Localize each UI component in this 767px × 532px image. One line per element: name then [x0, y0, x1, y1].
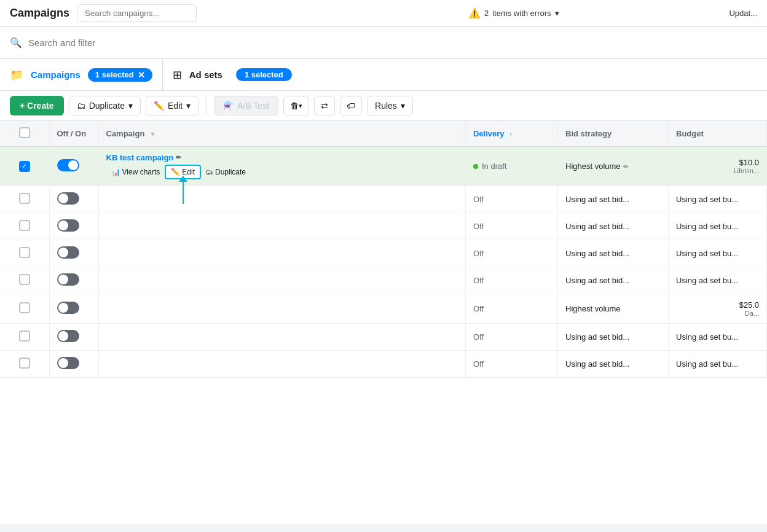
- campaign-name-link[interactable]: KB test campaign ✏: [106, 153, 182, 162]
- adsets-tab-label[interactable]: Ad sets: [189, 69, 222, 80]
- inline-duplicate-button[interactable]: 🗂Duplicate: [201, 166, 251, 178]
- table-row: OffUsing ad set bid...Using ad set bu...: [0, 186, 767, 213]
- row-campaign-cell: [98, 213, 466, 240]
- row-campaign-cell: [98, 186, 466, 213]
- campaigns-selected-badge[interactable]: 1 selected ✕: [88, 68, 152, 82]
- row-checkbox[interactable]: [19, 220, 30, 231]
- edit-pencil-icon: ✏️: [154, 101, 164, 111]
- table-row: OffUsing ad set bid...Using ad set bu...: [0, 351, 767, 378]
- row-budget-cell: Using ad set bu...: [669, 240, 767, 267]
- row-bid-cell: Using ad set bid...: [558, 351, 669, 378]
- tab-bar: 📁 Campaigns 1 selected ✕ ⊞ Ad sets 1 sel…: [0, 59, 767, 91]
- row-checkbox[interactable]: [19, 247, 30, 258]
- errors-chevron-icon: ▾: [555, 9, 559, 18]
- ab-test-button: ⚗️ A/B Test: [214, 96, 278, 115]
- campaigns-table: Off / On Campaign ▼ Delivery ↑ Bid strat…: [0, 121, 767, 524]
- bid-edit-icon[interactable]: ✏: [623, 163, 629, 170]
- duplicate-chevron-icon: ▾: [128, 101, 133, 111]
- transfer-button[interactable]: ⇄: [314, 96, 335, 115]
- row-checkbox[interactable]: [19, 331, 30, 342]
- table-row: OffHighest volume$25.0Da...: [0, 294, 767, 324]
- row-budget-cell: Using ad set bu...: [669, 186, 767, 213]
- duplicate-button[interactable]: 🗂 Duplicate ▾: [69, 96, 141, 115]
- delivery-status: Off: [473, 332, 484, 342]
- view-charts-button[interactable]: 📊 View charts: [106, 166, 165, 178]
- row-checkbox-cell: [0, 324, 49, 351]
- adsets-selected-badge[interactable]: 1 selected: [236, 68, 292, 81]
- campaigns-tab-label[interactable]: Campaigns: [31, 69, 81, 80]
- delivery-status: Off: [473, 276, 484, 285]
- row-toggle-cell: [49, 324, 98, 351]
- campaign-sort-icon[interactable]: ▼: [149, 130, 156, 138]
- row-toggle-cell: [49, 240, 98, 267]
- row-delivery-cell: Off: [466, 240, 558, 267]
- search-input[interactable]: [28, 37, 757, 48]
- row-toggle[interactable]: [57, 302, 79, 314]
- errors-badge[interactable]: ⚠️ 2 items with errors ▾: [468, 7, 559, 19]
- row-toggle-cell: [49, 186, 98, 213]
- row-checkbox[interactable]: [19, 274, 30, 285]
- row-checkbox-cell: [0, 294, 49, 324]
- budget-value: Using ad set bu...: [676, 249, 738, 258]
- row-checkbox-cell: ✓: [0, 147, 49, 186]
- row-checkbox-cell: [0, 213, 49, 240]
- row-checkbox-cell: [0, 351, 49, 378]
- row-campaign-cell: [98, 267, 466, 294]
- rules-chevron-icon: ▾: [401, 101, 405, 111]
- top-search-input[interactable]: [77, 4, 197, 22]
- row-budget-cell: Using ad set bu...: [669, 324, 767, 351]
- row-budget-cell: $25.0Da...: [669, 294, 767, 324]
- delivery-status: Off: [473, 222, 484, 231]
- row-toggle[interactable]: [57, 192, 79, 205]
- edit-button[interactable]: ✏️ Edit ▾: [146, 96, 199, 115]
- row-checkbox[interactable]: ✓: [19, 161, 30, 172]
- row-toggle[interactable]: [57, 159, 79, 171]
- toolbar: + Create 🗂 Duplicate ▾ ✏️ Edit ▾ ⚗️ A/B …: [0, 91, 767, 121]
- bid-strategy-value: Using ad set bid...: [565, 195, 629, 204]
- row-bid-cell: Using ad set bid...: [558, 324, 669, 351]
- app-title: Campaigns: [10, 7, 69, 20]
- row-toggle[interactable]: [57, 273, 79, 286]
- row-toggle[interactable]: [57, 219, 79, 232]
- row-campaign-cell: [98, 351, 466, 378]
- row-checkbox[interactable]: [19, 193, 30, 204]
- adsets-grid-icon: ⊞: [173, 68, 182, 82]
- select-all-checkbox[interactable]: [19, 127, 30, 138]
- adsets-selected-count: 1 selected: [245, 70, 283, 79]
- bid-strategy-value: Using ad set bid...: [565, 359, 629, 369]
- delivery-status: Off: [473, 249, 484, 258]
- bid-strategy-value: Highest volume: [565, 162, 621, 171]
- delete-button[interactable]: 🗑 ▾: [283, 96, 309, 115]
- row-toggle[interactable]: [57, 357, 79, 369]
- campaigns-deselect-icon[interactable]: ✕: [138, 70, 145, 80]
- row-checkbox[interactable]: [19, 302, 30, 313]
- row-toggle[interactable]: [57, 330, 79, 342]
- row-toggle-cell: [49, 213, 98, 240]
- row-delivery-cell: Off: [466, 267, 558, 294]
- create-button[interactable]: + Create: [10, 96, 64, 115]
- row-toggle[interactable]: [57, 246, 79, 259]
- budget-note: Lifetim...: [676, 167, 759, 174]
- row-checkbox[interactable]: [19, 358, 30, 369]
- table-row: OffUsing ad set bid...Using ad set bu...: [0, 240, 767, 267]
- campaigns-tab-section: 📁 Campaigns 1 selected ✕: [0, 59, 163, 90]
- campaign-name-edit-icon[interactable]: ✏: [176, 154, 181, 162]
- toolbar-divider: [206, 97, 206, 114]
- transfer-icon: ⇄: [321, 101, 328, 111]
- edit-icon: ✏️: [171, 168, 180, 176]
- edit-chevron-icon: ▾: [186, 101, 191, 111]
- row-campaign-cell: [98, 294, 466, 324]
- header-delivery[interactable]: Delivery ↑: [466, 121, 558, 147]
- row-budget-cell: Using ad set bu...: [669, 351, 767, 378]
- row-campaign-cell: [98, 240, 466, 267]
- inline-actions: 📊 View charts✏️Edit🗂Duplicate: [106, 165, 458, 179]
- budget-value: Using ad set bu...: [676, 332, 738, 342]
- rules-button[interactable]: Rules ▾: [367, 96, 413, 115]
- delivery-status: In draft: [482, 162, 506, 171]
- row-budget-cell: $10.0Lifetim...: [669, 147, 767, 186]
- row-delivery-cell: Off: [466, 351, 558, 378]
- row-campaign-cell: KB test campaign ✏📊 View charts✏️Edit🗂Du…: [98, 147, 466, 186]
- table-row: OffUsing ad set bid...Using ad set bu...: [0, 324, 767, 351]
- tag-button[interactable]: 🏷: [340, 96, 362, 115]
- duplicate-small-icon: 🗂: [206, 168, 213, 176]
